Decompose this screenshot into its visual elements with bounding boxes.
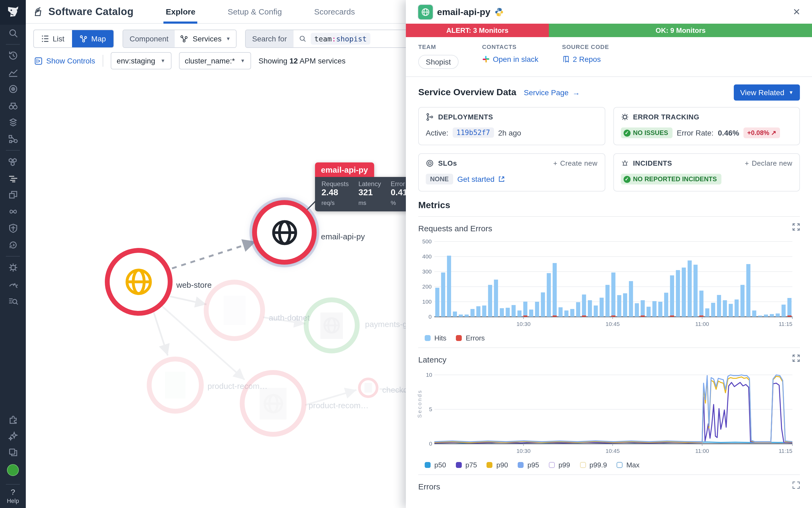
service-map-icon[interactable]	[0, 131, 26, 147]
integrations-puzzle-icon[interactable]	[0, 411, 26, 428]
legend-item-p50[interactable]: p50	[425, 461, 446, 469]
map-view-button[interactable]: Map	[72, 30, 114, 47]
expand-chart-icon[interactable]	[793, 354, 800, 364]
containers-hexagons-icon[interactable]	[0, 153, 26, 170]
ok-monitors-segment[interactable]: OK: 9 Monitors	[549, 24, 812, 37]
service-node-product-recommendation-a[interactable]	[147, 356, 204, 414]
node-label-auth-dotnet: auth-dotnet	[269, 313, 310, 322]
close-panel-button[interactable]: ✕	[790, 5, 804, 19]
open-in-slack-link[interactable]: Open in slack	[482, 55, 538, 64]
rum-windows-icon[interactable]	[0, 186, 26, 203]
requests-chart-title: Requests and Errors	[418, 223, 492, 232]
cluster-filter-dropdown[interactable]: cluster_name:*▼	[179, 52, 251, 70]
check-icon: ✓	[623, 176, 630, 182]
legend-item-p99[interactable]: p99	[549, 461, 570, 469]
service-page-link[interactable]: Service Page →	[524, 88, 580, 97]
help-button[interactable]: ?Help	[7, 487, 19, 508]
datadog-logo[interactable]	[0, 0, 26, 25]
declare-incident-button[interactable]: +Declare new	[745, 159, 793, 167]
tooltip-requests: Requests 2.48 req/s	[321, 180, 349, 207]
service-node-web-store[interactable]	[105, 248, 173, 316]
tab-setup-config[interactable]: Setup & Config	[226, 0, 284, 24]
security-shield-icon[interactable]	[0, 220, 26, 237]
svg-text:11:00: 11:00	[695, 321, 709, 327]
latency-chart[interactable]: 051010:3010:4511:0011:15	[426, 367, 796, 458]
ci-cd-icon[interactable]	[0, 237, 26, 253]
map-icon	[80, 35, 88, 43]
divider	[103, 55, 103, 67]
chevron-down-icon: ▼	[226, 36, 231, 41]
overview-header-row: Service Overview Data Service Page → Vie…	[406, 77, 812, 103]
svg-text:100: 100	[422, 298, 432, 305]
requests-errors-chart[interactable]: 010020030040050010:3010:4511:0011:15	[418, 236, 796, 331]
contacts-column: CONTACTS Open in slack	[482, 44, 538, 69]
watchdog-icon[interactable]	[0, 81, 26, 97]
legend-item-p90[interactable]: p90	[487, 461, 508, 469]
log-search-icon[interactable]	[0, 293, 26, 309]
sidebar-divider	[6, 44, 20, 45]
services-dropdown[interactable]: Services ▼	[175, 30, 236, 47]
legend-item-hits[interactable]: Hits	[425, 334, 446, 342]
ai-sparkles-icon[interactable]	[0, 428, 26, 444]
error-tracking-bug-icon[interactable]	[0, 259, 26, 276]
metrics-section-title: Metrics	[406, 192, 812, 216]
svg-text:10:45: 10:45	[605, 448, 620, 454]
errors-chart-title: Errors	[418, 482, 440, 491]
legend-item-errors[interactable]: Errors	[456, 334, 485, 342]
deployment-version-chip[interactable]: 119b52f7	[453, 127, 494, 138]
service-node-auth-dotnet[interactable]	[204, 280, 265, 341]
slo-get-started-link[interactable]: Get started	[457, 175, 505, 183]
legend-item-p75[interactable]: p75	[456, 461, 477, 469]
workspaces-icon[interactable]	[0, 444, 26, 461]
service-node-payments-go[interactable]	[304, 297, 360, 353]
incident-siren-icon	[621, 159, 629, 167]
view-toggle: List Map	[33, 30, 114, 48]
legend-item-p99-9[interactable]: p99.9	[580, 461, 607, 469]
service-node-product-recommendation-b[interactable]	[240, 370, 306, 437]
search-query-chip[interactable]: team:shopist	[310, 33, 370, 45]
list-view-button[interactable]: List	[34, 30, 72, 47]
software-catalog-icon[interactable]	[0, 170, 26, 186]
profiling-gauge-icon[interactable]	[0, 276, 26, 293]
expand-chart-icon[interactable]	[793, 223, 800, 233]
service-node-checkout[interactable]	[358, 378, 378, 398]
expand-chart-icon[interactable]	[793, 481, 800, 491]
left-sidebar: ?Help	[0, 0, 26, 508]
apm-binoculars-icon[interactable]	[0, 97, 26, 114]
metrics-icon[interactable]	[0, 64, 26, 81]
tooltip-latency: Latency 321 ms	[358, 180, 381, 207]
service-detail-panel: email-api-py ✕ ALERT: 3 Monitors OK: 9 M…	[406, 0, 812, 508]
view-related-button[interactable]: View Related▼	[734, 84, 800, 100]
service-globe-badge	[418, 5, 433, 19]
svg-text:5: 5	[429, 406, 432, 412]
tab-scorecards[interactable]: Scorecards	[312, 0, 357, 24]
team-pill[interactable]: Shopist	[418, 55, 458, 69]
legend-item-max[interactable]: Max	[617, 461, 639, 469]
service-meta-row: TEAM Shopist CONTACTS Open in slack SOUR…	[406, 37, 812, 69]
svg-text:500: 500	[422, 238, 432, 245]
synthetics-icon[interactable]	[0, 203, 26, 220]
show-controls-link[interactable]: Show Controls	[34, 56, 95, 65]
source-code-column: SOURCE CODE 2 Repos	[562, 44, 609, 69]
svg-text:11:15: 11:15	[779, 321, 793, 327]
trend-up-icon: ↗	[771, 129, 776, 137]
repos-link[interactable]: 2 Repos	[562, 55, 609, 64]
latency-ylabel: Seconds	[418, 367, 426, 458]
svg-text:10:45: 10:45	[605, 321, 620, 327]
infrastructure-layers-icon[interactable]	[0, 114, 26, 131]
svg-text:11:15: 11:15	[779, 448, 793, 454]
node-label-product-recommendation-b: product-recom…	[309, 401, 368, 410]
service-node-email-api-py[interactable]	[252, 200, 317, 265]
search-nav-icon[interactable]	[0, 25, 26, 41]
create-slo-button[interactable]: +Create new	[553, 159, 597, 167]
history-icon[interactable]	[0, 47, 26, 64]
env-filter-dropdown[interactable]: env:staging▼	[111, 52, 171, 70]
svg-text:10: 10	[426, 372, 432, 378]
alert-monitors-segment[interactable]: ALERT: 3 Monitors	[406, 24, 549, 37]
no-incidents-badge: ✓NO REPORTED INCIDENTS	[621, 174, 721, 184]
user-avatar[interactable]	[7, 464, 19, 476]
tab-explore[interactable]: Explore	[164, 0, 197, 24]
svg-text:10:30: 10:30	[516, 321, 531, 327]
legend-item-p95[interactable]: p95	[518, 461, 539, 469]
incidents-card: INCIDENTS +Declare new ✓NO REPORTED INCI…	[613, 153, 800, 192]
